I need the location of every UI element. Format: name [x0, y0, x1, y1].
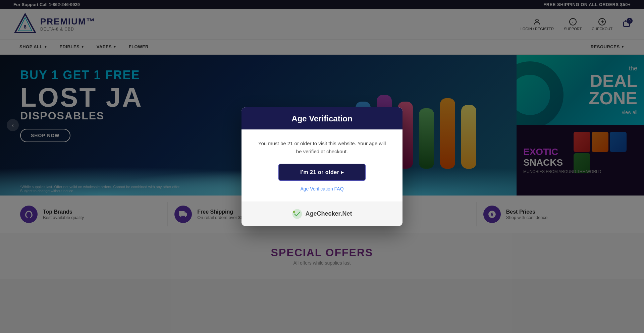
age-faq-link[interactable]: Age Verification FAQ [255, 186, 389, 191]
modal-description: You must be 21 or older to visit this we… [255, 140, 389, 156]
svg-point-8 [292, 209, 302, 219]
age-checker-branding: AgeChecker.Net [252, 209, 392, 219]
modal-header: Age Verification [241, 107, 402, 129]
modal-body: You must be 21 or older to visit this we… [241, 129, 402, 202]
svg-point-9 [293, 211, 295, 213]
modal-footer: AgeChecker.Net [241, 202, 402, 226]
modal-overlay: Age Verification You must be 21 or older… [0, 0, 644, 333]
age-confirm-button[interactable]: I'm 21 or older ▸ [278, 164, 366, 181]
age-verification-modal: Age Verification You must be 21 or older… [241, 107, 402, 226]
modal-title: Age Verification [252, 114, 392, 123]
age-checker-logo-icon [292, 209, 303, 219]
